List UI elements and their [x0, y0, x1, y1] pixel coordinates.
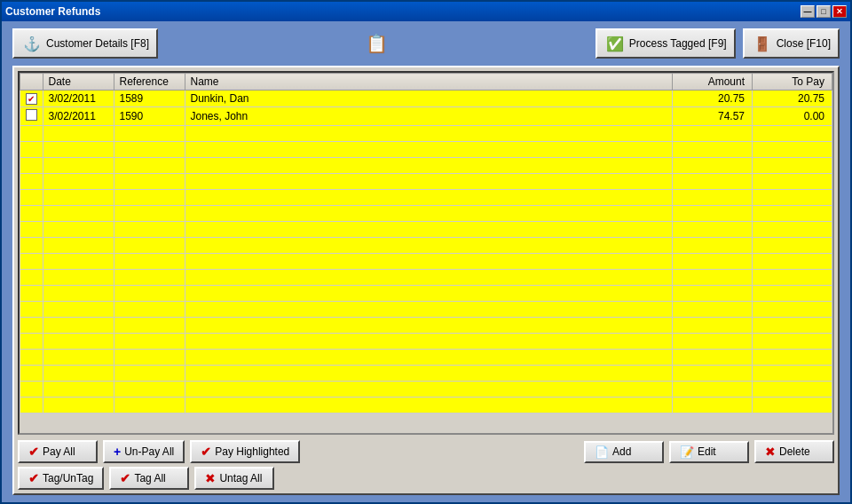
close-button[interactable]: 🚪 Close [F10]: [743, 28, 840, 59]
untag-all-icon: ✖: [205, 471, 216, 485]
add-button[interactable]: 📄 Add: [584, 441, 664, 463]
pay-highlighted-button[interactable]: ✔ Pay Highlighted: [190, 440, 300, 463]
row-reference-1: 1589: [114, 91, 185, 107]
empty-row: [20, 334, 832, 350]
row-topay-2: 0.00: [753, 107, 832, 126]
empty-row: [20, 302, 832, 318]
row-reference-2: 1590: [114, 107, 185, 126]
row-date-1: 3/02/2011: [43, 91, 114, 107]
empty-row: [20, 254, 832, 270]
checkbox-unchecked-icon: [26, 109, 37, 121]
col-header-date: Date: [43, 74, 114, 91]
edit-icon: 📝: [680, 445, 694, 459]
tag-all-button[interactable]: ✔ Tag All: [109, 467, 189, 490]
refunds-table: Date Reference Name Amount To Pay ✔: [20, 73, 832, 413]
row-checkbox-2[interactable]: [20, 107, 43, 126]
empty-row: [20, 206, 832, 222]
edit-button[interactable]: 📝 Edit: [669, 441, 749, 463]
doc-icon: 📋: [366, 33, 388, 54]
row-date-2: 3/02/2011: [43, 107, 114, 126]
window-title: Customer Refunds: [5, 5, 100, 18]
empty-row: [20, 350, 832, 366]
pay-highlighted-icon: ✔: [201, 445, 211, 459]
bottom-buttons: ✔ Pay All + Un-Pay All ✔ Pay Highlighted…: [18, 440, 834, 490]
row-name-2: Jones, John: [185, 107, 673, 126]
customer-details-button[interactable]: ⚓ Customer Details [F8]: [12, 28, 158, 59]
empty-row: [20, 286, 832, 302]
unpay-all-button[interactable]: + Un-Pay All: [103, 440, 185, 463]
row-checkbox-1[interactable]: ✔: [20, 91, 43, 107]
empty-row: [20, 174, 832, 190]
main-panel: Date Reference Name Amount To Pay ✔: [12, 66, 840, 495]
empty-row: [20, 318, 832, 334]
table-row[interactable]: 3/02/2011 1590 Jones, John 74.57 0.00: [20, 107, 832, 126]
empty-row: [20, 238, 832, 254]
col-header-amount: Amount: [673, 74, 753, 91]
customer-details-icon: ⚓: [21, 33, 43, 54]
title-bar-controls: — □ ✕: [801, 5, 847, 18]
delete-button[interactable]: ✖ Delete: [754, 440, 834, 463]
empty-row: [20, 158, 832, 174]
col-header-checkbox: [20, 74, 43, 91]
add-icon: 📄: [595, 445, 609, 459]
col-header-name: Name: [185, 74, 673, 91]
toolbar: ⚓ Customer Details [F8] 📋 ✅ Process Tagg…: [12, 28, 840, 59]
empty-row: [20, 190, 832, 206]
process-tagged-button[interactable]: ✅ Process Tagged [F9]: [596, 28, 736, 59]
pay-all-icon: ✔: [28, 445, 39, 459]
row-topay-1: 20.75: [753, 91, 832, 107]
empty-row: [20, 222, 832, 238]
maximize-button[interactable]: □: [816, 5, 831, 18]
tag-untag-button[interactable]: ✔ Tag/UnTag: [18, 467, 104, 490]
title-bar: Customer Refunds — □ ✕: [2, 2, 850, 21]
empty-row: [20, 126, 832, 142]
empty-row: [20, 366, 832, 382]
content-area: ⚓ Customer Details [F8] 📋 ✅ Process Tagg…: [2, 21, 850, 502]
toolbar-spacer: 📋: [165, 33, 588, 54]
close-icon: 🚪: [752, 33, 773, 54]
row-name-1: Dunkin, Dan: [185, 91, 673, 107]
row-amount-2: 74.57: [673, 107, 753, 126]
empty-row: [20, 142, 832, 158]
row-amount-1: 20.75: [673, 91, 753, 107]
col-header-topay: To Pay: [753, 74, 832, 91]
button-row-2: ✔ Tag/UnTag ✔ Tag All ✖ Untag All: [18, 467, 834, 490]
col-header-reference: Reference: [114, 74, 185, 91]
main-window: Customer Refunds — □ ✕ ⚓ Customer Detail…: [0, 0, 852, 504]
button-row-1: ✔ Pay All + Un-Pay All ✔ Pay Highlighted…: [18, 440, 834, 463]
untag-all-button[interactable]: ✖ Untag All: [194, 467, 274, 490]
tag-untag-icon: ✔: [28, 471, 39, 485]
pay-all-button[interactable]: ✔ Pay All: [18, 440, 98, 463]
empty-row: [20, 398, 832, 413]
minimize-button[interactable]: —: [801, 5, 815, 18]
process-tagged-icon: ✅: [604, 33, 626, 54]
empty-row: [20, 270, 832, 286]
empty-row: [20, 382, 832, 398]
tag-all-icon: ✔: [120, 471, 130, 485]
checkbox-checked-icon: ✔: [26, 93, 37, 105]
table-header-row: Date Reference Name Amount To Pay: [20, 74, 832, 91]
delete-icon: ✖: [765, 445, 776, 459]
table-row[interactable]: ✔ 3/02/2011 1589 Dunkin, Dan 20.75 20.75: [20, 91, 832, 107]
unpay-all-icon: +: [114, 445, 121, 459]
window-close-button[interactable]: ✕: [832, 5, 847, 18]
table-container: Date Reference Name Amount To Pay ✔: [18, 71, 834, 435]
